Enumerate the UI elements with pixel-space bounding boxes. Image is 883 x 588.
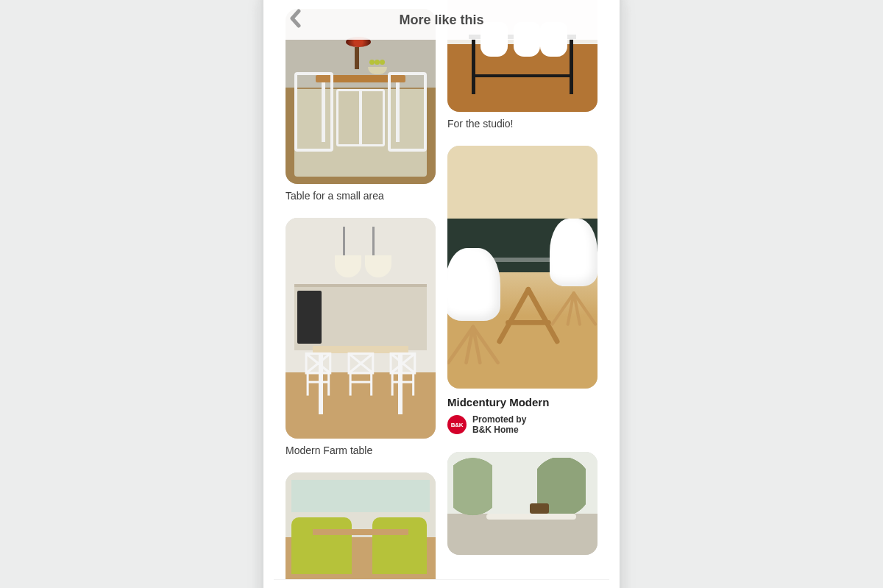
tab-notifications[interactable] <box>467 585 500 588</box>
promoted-row[interactable]: B&K Promoted by B&K Home <box>447 414 597 436</box>
pin-card[interactable] <box>286 472 436 580</box>
chevron-left-icon <box>289 9 302 31</box>
pin-caption: Table for a small area <box>286 190 436 202</box>
promoted-label: Promoted by <box>472 414 526 425</box>
back-button[interactable] <box>281 0 311 40</box>
promoter-badge-icon: B&K <box>447 415 467 434</box>
header: More like this <box>274 0 609 40</box>
pin-card[interactable] <box>447 452 597 555</box>
pin-card[interactable]: Modern Farm table <box>286 218 436 456</box>
app-screen: More like this <box>274 0 609 588</box>
tab-search[interactable] <box>383 585 416 588</box>
tab-bar <box>274 579 609 588</box>
pin-feed[interactable]: Table for a small area <box>274 0 609 580</box>
page-title: More like this <box>399 13 483 28</box>
pin-caption: Modern Farm table <box>286 444 436 456</box>
tab-profile[interactable] <box>551 585 584 588</box>
device-frame: More like this <box>263 0 620 588</box>
feed-column-left: Table for a small area <box>286 9 436 580</box>
tab-home[interactable] <box>299 585 332 588</box>
pin-title: Midcentury Modern <box>447 396 597 408</box>
feed-column-right: For the studio! <box>447 0 597 580</box>
pin-card-promoted[interactable]: Midcentury Modern B&K Promoted by B&K Ho… <box>447 146 597 436</box>
promoter-name: B&K Home <box>472 425 526 435</box>
pin-caption: For the studio! <box>447 118 597 130</box>
